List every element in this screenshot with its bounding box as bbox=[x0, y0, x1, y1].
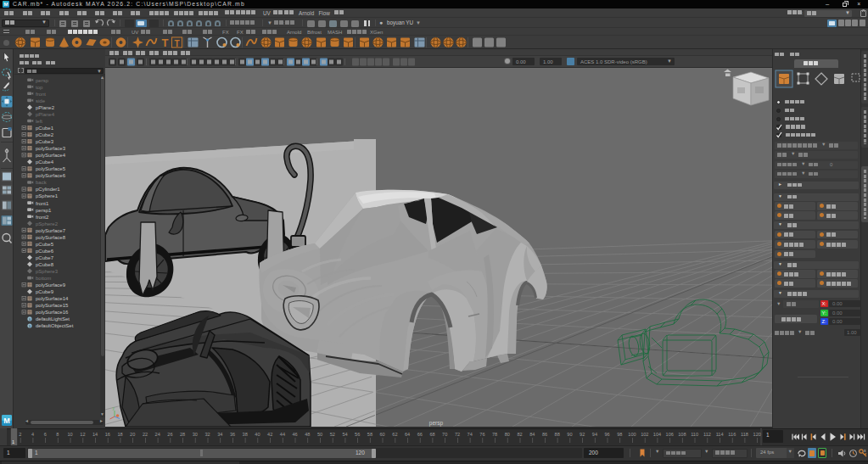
svg-text:68: 68 bbox=[429, 432, 434, 437]
svg-text:1: 1 bbox=[12, 439, 14, 444]
svg-text:52: 52 bbox=[330, 432, 335, 437]
svg-text:14: 14 bbox=[92, 432, 98, 437]
svg-text:pCube2: pCube2 bbox=[36, 132, 54, 137]
svg-text:polySurface3: polySurface3 bbox=[36, 146, 66, 151]
svg-text:back: back bbox=[36, 180, 48, 185]
svg-text:persp1: persp1 bbox=[36, 208, 52, 213]
svg-text:90: 90 bbox=[567, 432, 572, 437]
svg-text:58: 58 bbox=[367, 432, 372, 437]
svg-text:16: 16 bbox=[105, 432, 110, 437]
svg-text:80: 80 bbox=[505, 432, 510, 437]
svg-text:56: 56 bbox=[355, 432, 360, 437]
svg-text:10: 10 bbox=[67, 432, 72, 437]
svg-text:pSphere2: pSphere2 bbox=[36, 221, 59, 226]
svg-text:front: front bbox=[36, 92, 46, 97]
svg-text:116: 116 bbox=[728, 432, 736, 437]
svg-text:polySurface9: polySurface9 bbox=[36, 282, 66, 288]
svg-text:72: 72 bbox=[455, 432, 460, 437]
svg-text:32: 32 bbox=[204, 432, 210, 437]
svg-text:118: 118 bbox=[741, 432, 748, 437]
svg-text:pPlane4: pPlane4 bbox=[36, 112, 55, 117]
svg-text:102: 102 bbox=[641, 432, 648, 437]
svg-text:left: left bbox=[36, 119, 42, 124]
svg-text:42: 42 bbox=[267, 432, 272, 437]
svg-text:76: 76 bbox=[479, 432, 484, 437]
svg-text:pSphere3: pSphere3 bbox=[36, 269, 59, 274]
svg-text:112: 112 bbox=[703, 432, 711, 437]
svg-text:polySurface5: polySurface5 bbox=[36, 166, 66, 171]
svg-text:64: 64 bbox=[405, 432, 410, 437]
svg-text:defaultLightSet: defaultLightSet bbox=[36, 316, 70, 321]
svg-text:84: 84 bbox=[529, 432, 535, 437]
svg-text:2: 2 bbox=[19, 432, 21, 437]
svg-text:polySurface16: polySurface16 bbox=[36, 310, 69, 315]
svg-text:12: 12 bbox=[80, 432, 85, 437]
svg-text:34: 34 bbox=[217, 432, 222, 437]
svg-text:28: 28 bbox=[180, 432, 185, 437]
svg-text:persp: persp bbox=[429, 420, 444, 427]
svg-text:pCube6: pCube6 bbox=[36, 249, 54, 254]
svg-text:110: 110 bbox=[691, 432, 698, 437]
svg-text:24: 24 bbox=[155, 432, 160, 437]
svg-text:44: 44 bbox=[280, 432, 285, 437]
svg-text:polySurface7: polySurface7 bbox=[36, 228, 66, 233]
svg-text:30: 30 bbox=[193, 432, 198, 437]
svg-text:120: 120 bbox=[753, 432, 761, 437]
svg-text:defaultObjectSet: defaultObjectSet bbox=[36, 323, 74, 328]
svg-text:x: x bbox=[864, 448, 866, 453]
svg-text:20: 20 bbox=[130, 432, 135, 437]
svg-text:pCube7: pCube7 bbox=[36, 255, 54, 260]
svg-text:74: 74 bbox=[468, 432, 473, 437]
svg-text:70: 70 bbox=[442, 432, 447, 437]
svg-text:94: 94 bbox=[592, 432, 597, 437]
svg-text:pPlane2: pPlane2 bbox=[36, 105, 55, 110]
svg-text:66: 66 bbox=[417, 432, 423, 437]
svg-text:bottom: bottom bbox=[36, 276, 51, 281]
svg-text:82: 82 bbox=[517, 432, 522, 437]
svg-text:92: 92 bbox=[580, 432, 585, 437]
svg-text:polySurface6: polySurface6 bbox=[36, 173, 66, 178]
svg-text:50: 50 bbox=[317, 432, 322, 437]
svg-text:top: top bbox=[36, 85, 43, 90]
svg-text:pCylinder1: pCylinder1 bbox=[36, 187, 60, 192]
svg-text:front1: front1 bbox=[36, 201, 49, 206]
svg-text:96: 96 bbox=[604, 432, 609, 437]
svg-text:polySurface8: polySurface8 bbox=[36, 235, 66, 240]
svg-text:54: 54 bbox=[342, 432, 347, 437]
svg-text:60: 60 bbox=[379, 432, 384, 437]
svg-text:pCube8: pCube8 bbox=[36, 262, 54, 267]
svg-text:26: 26 bbox=[167, 432, 172, 437]
svg-text:front2: front2 bbox=[36, 215, 49, 220]
svg-text:36: 36 bbox=[230, 432, 235, 437]
svg-text:pCube9: pCube9 bbox=[36, 289, 54, 294]
svg-text:T: T bbox=[162, 36, 169, 49]
svg-text:pCube3: pCube3 bbox=[36, 139, 54, 144]
svg-text:88: 88 bbox=[555, 432, 560, 437]
svg-text:100: 100 bbox=[628, 432, 636, 437]
svg-text:6: 6 bbox=[44, 432, 47, 437]
svg-text:M: M bbox=[3, 416, 10, 425]
svg-text:8: 8 bbox=[56, 432, 59, 437]
svg-text:38: 38 bbox=[243, 432, 248, 437]
svg-text:104: 104 bbox=[653, 432, 661, 437]
svg-text:48: 48 bbox=[305, 432, 310, 437]
svg-text:114: 114 bbox=[716, 432, 724, 437]
svg-text:polySurface14: polySurface14 bbox=[36, 296, 69, 301]
svg-text:106: 106 bbox=[666, 432, 674, 437]
svg-text:polySurface4: polySurface4 bbox=[36, 153, 66, 158]
svg-text:pCube5: pCube5 bbox=[36, 242, 54, 247]
svg-text:40: 40 bbox=[255, 432, 260, 437]
svg-text:pSphere1: pSphere1 bbox=[36, 193, 59, 198]
svg-text:18: 18 bbox=[117, 432, 122, 437]
svg-text:62: 62 bbox=[392, 432, 397, 437]
svg-text:22: 22 bbox=[143, 432, 148, 437]
svg-text:pCube4: pCube4 bbox=[36, 159, 54, 165]
svg-text:98: 98 bbox=[617, 432, 622, 437]
svg-text:pCube1: pCube1 bbox=[36, 126, 54, 131]
svg-text:side: side bbox=[36, 98, 46, 103]
svg-text:persp: persp bbox=[36, 78, 49, 83]
svg-text:polySurface15: polySurface15 bbox=[36, 303, 69, 308]
svg-text:4: 4 bbox=[31, 432, 34, 437]
svg-text:T: T bbox=[174, 39, 179, 48]
svg-text:86: 86 bbox=[542, 432, 547, 437]
